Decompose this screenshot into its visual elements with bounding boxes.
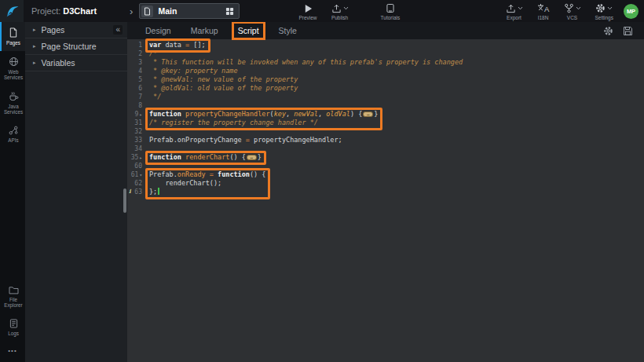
more-options-button[interactable]: ••• [0,341,25,362]
code-line: i63}; [127,188,644,196]
tab-markup[interactable]: Markup [188,24,221,37]
wavemaker-logo-icon[interactable] [0,0,24,22]
sidebar-item-label: File Explorer [2,297,24,309]
gutter-cell[interactable]: 7 [127,93,144,101]
sidebar-item-logs[interactable]: Logs [0,313,25,342]
line-number: 35 [131,154,139,161]
grid-icon[interactable] [225,7,234,16]
line-number: 4 [138,68,142,75]
tab-script[interactable]: Script [235,24,262,37]
token: , [318,110,326,118]
fold-marker-icon[interactable]: ▾ [139,172,142,177]
panel-section-pages[interactable]: ▸Pages« [25,22,127,38]
gutter-cell[interactable]: 33 [127,136,144,144]
line-number: 8 [138,102,142,109]
sidebar-item-label: APIs [8,137,18,144]
tab-design[interactable]: Design [142,24,174,37]
avatar[interactable]: MP [624,4,639,19]
gutter-cell[interactable]: 60 [127,162,144,170]
gutter-cell[interactable]: i63 [127,188,144,196]
gutter-cell[interactable]: 1 [127,41,144,49]
line-number: 9 [135,111,139,118]
token: /* register the property change handler … [149,119,318,126]
gutter-cell[interactable]: 5 [127,75,144,84]
fold-marker-icon[interactable]: ▸ [139,112,142,117]
gutter-cell[interactable]: 3 [127,58,144,67]
sidebar-item-file-explorer[interactable]: File Explorer [0,280,25,313]
gutter-cell[interactable]: 4 [127,67,144,75]
gutter-cell[interactable]: 35▸ [127,153,144,162]
token: data [161,41,185,49]
code-line-content: * @oldVal: old value of the property [144,84,298,93]
gutter-cell[interactable]: 2 [127,49,144,58]
code-text: }; [149,188,159,196]
gutter-cell[interactable]: 8 [127,101,144,110]
code-line-content: Prefab.onReady = function() { [144,170,265,179]
gutter-cell[interactable]: 61▾ [127,170,144,179]
i18n-button[interactable]: AI18N [537,3,550,20]
token: onReady [177,170,206,178]
editor-actions [603,26,633,36]
vcs-button[interactable]: VCS [564,3,581,20]
panel-section-variables[interactable]: ▸Variables [25,55,127,71]
sidebar-item-web-services[interactable]: Web Services [0,51,25,86]
wavemaker-studio-window: Project:D3Chart › Main PreviewPublishTut… [0,0,644,362]
line-number: 3 [138,59,142,66]
settings-button[interactable]: Settings [595,3,614,20]
settings-label: Settings [595,15,614,20]
code-text: * @key: property name [149,67,238,75]
token: * @key: property name [149,67,238,75]
gutter-cell[interactable]: 34 [127,144,144,153]
publish-label: Publish [331,15,348,20]
save-icon[interactable] [623,26,633,36]
code-line: 2/* [127,49,644,58]
collapse-panel-button[interactable]: « [113,25,123,35]
token: oldVal [326,110,350,118]
gutter-cell[interactable]: 31 [127,119,144,127]
chevron-right-icon: › [130,5,133,17]
code-text: Prefab.onReady = function() { [149,170,265,179]
pages-icon [9,27,18,38]
preview-button[interactable]: Preview [298,3,317,20]
sidebar-spacer [0,148,25,280]
line-number: 62 [134,180,142,187]
gear-icon[interactable] [603,26,613,36]
gutter-cell[interactable]: 32 [127,127,144,136]
export-button[interactable]: Export [506,3,523,20]
gutter-cell[interactable]: 6 [127,84,144,93]
code-line-content: Prefab.onPropertyChange = propertyChange… [144,136,342,144]
caret-down-icon [343,6,349,10]
section-caret-icon: ▸ [33,43,36,49]
token: newVal [294,110,318,118]
panel-scrollbar-thumb[interactable] [123,188,126,213]
code-line-content: var data = []; [144,41,206,49]
tutorials-button[interactable]: Tutorials [381,3,401,20]
code-editor[interactable]: 1var data = [];2/*3 * This function will… [127,39,644,362]
apis-icon [9,126,18,135]
fold-marker-icon[interactable]: ▸ [139,155,142,160]
panel-section-page-structure[interactable]: ▸Page Structure [25,38,127,55]
sidebar-item-java-services[interactable]: Java Services [0,86,25,120]
section-caret-icon: ▸ [33,27,36,33]
gutter-cell[interactable]: 9▸ [127,110,144,119]
code-line: 62 renderChart(); [127,179,644,188]
code-line-content [144,101,149,110]
sidebar-item-apis[interactable]: APIs [0,120,25,148]
token: key [274,110,286,118]
line-number: 34 [134,145,142,152]
sidebar-item-pages[interactable]: Pages [0,22,25,51]
file-explorer-icon [9,286,19,294]
publish-button[interactable]: Publish [331,3,349,20]
folded-code-icon[interactable]: ↔ [247,155,257,160]
code-text: */ [149,93,161,101]
caret-down-icon [518,6,523,10]
page-tab-main[interactable]: Main [139,3,240,19]
token: * @newVal: new value of the property [149,75,298,83]
folded-code-icon[interactable]: ↔ [363,112,373,117]
line-number: 61 [131,171,139,178]
token: renderChart [185,153,229,161]
code-line: 4 * @key: property name [127,67,644,75]
project-name: D3Chart [63,6,97,16]
tab-style[interactable]: Style [276,24,300,37]
gutter-cell[interactable]: 62 [127,179,144,188]
